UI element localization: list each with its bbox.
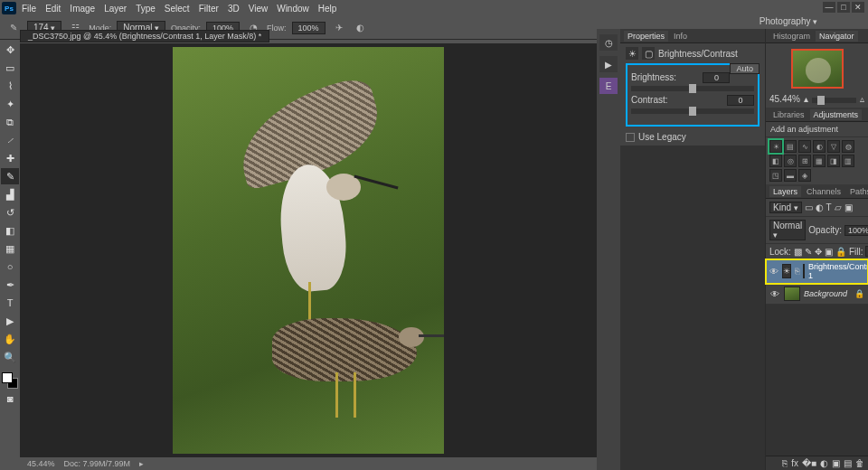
layer-blend-mode[interactable]: Normal ▾: [769, 220, 806, 240]
zoom-in-icon[interactable]: ▵: [860, 94, 864, 104]
adj-selective-color-icon[interactable]: ◈: [798, 169, 811, 182]
filter-adj-icon[interactable]: ◐: [816, 202, 824, 212]
pen-tool[interactable]: ✒: [1, 277, 19, 293]
layer-name[interactable]: Brightness/Contrast 1: [808, 262, 868, 280]
menu-3d[interactable]: 3D: [228, 4, 240, 14]
lock-pixels-icon[interactable]: ✎: [805, 247, 812, 257]
layer-name[interactable]: Background: [804, 289, 847, 298]
navigator-thumbnail[interactable]: [791, 49, 844, 89]
adj-threshold-icon[interactable]: ◳: [769, 169, 782, 182]
adj-bw-icon[interactable]: ◧: [769, 155, 782, 167]
window-maximize[interactable]: □: [837, 2, 850, 13]
auto-button[interactable]: Auto: [730, 63, 760, 74]
menu-select[interactable]: Select: [165, 4, 190, 14]
menu-help[interactable]: Help: [318, 4, 337, 14]
color-swatches[interactable]: [2, 372, 18, 389]
layer-filter-kind[interactable]: Kind ▾: [769, 202, 802, 213]
adj-hue-icon[interactable]: ◍: [842, 140, 854, 153]
dodge-tool[interactable]: ○: [1, 258, 19, 275]
adj-exposure-icon[interactable]: ◐: [813, 140, 826, 153]
lasso-tool[interactable]: ⌇: [1, 78, 19, 94]
layer-row-adjustment[interactable]: 👁 ☀ ⎘ Brightness/Contrast 1: [766, 259, 868, 284]
new-group-icon[interactable]: ▣: [832, 458, 840, 468]
new-layer-icon[interactable]: ▤: [844, 458, 852, 468]
hand-tool[interactable]: ✋: [1, 331, 19, 347]
brush-tool[interactable]: ✎: [1, 168, 19, 184]
link-icon[interactable]: ⎘: [795, 267, 799, 276]
lock-position-icon[interactable]: ✥: [815, 247, 822, 257]
adj-color-lookup-icon[interactable]: ▦: [813, 155, 826, 167]
menu-image[interactable]: Image: [70, 4, 95, 14]
new-adjustment-icon[interactable]: ◐: [820, 458, 828, 468]
eyedropper-tool[interactable]: ⟋: [1, 132, 19, 148]
adj-brightness-icon[interactable]: ☀: [769, 140, 782, 153]
type-tool[interactable]: T: [1, 295, 19, 311]
layer-fx-icon[interactable]: fx: [791, 458, 798, 468]
layer-adj-thumbnail[interactable]: ☀: [782, 264, 791, 278]
adj-levels-icon[interactable]: ▤: [784, 140, 797, 153]
tab-info[interactable]: Info: [670, 31, 691, 42]
status-chevron-icon[interactable]: ▸: [139, 459, 144, 468]
canvas-area[interactable]: [20, 43, 597, 457]
marquee-tool[interactable]: ▭: [1, 60, 19, 76]
airbrush-icon[interactable]: ✈: [331, 20, 347, 36]
contrast-value[interactable]: 0: [727, 95, 754, 106]
pressure-size-icon[interactable]: ◐: [353, 20, 369, 36]
tab-layers[interactable]: Layers: [769, 186, 801, 197]
lock-all-icon[interactable]: 🔒: [835, 247, 846, 257]
quick-mask-icon[interactable]: ◙: [1, 390, 19, 407]
tab-navigator[interactable]: Navigator: [816, 31, 858, 42]
window-close[interactable]: ✕: [852, 2, 864, 13]
mask-icon[interactable]: ▢: [642, 47, 655, 60]
layer-row-background[interactable]: 👁 Background 🔒: [766, 284, 868, 305]
menu-type[interactable]: Type: [136, 4, 156, 14]
contrast-slider[interactable]: [631, 108, 754, 114]
filter-shape-icon[interactable]: ▱: [835, 202, 842, 212]
layer-mask-thumbnail[interactable]: [803, 264, 805, 278]
filter-pixel-icon[interactable]: ▭: [805, 202, 813, 212]
link-layers-icon[interactable]: ⎘: [782, 458, 788, 468]
navigator-zoom-slider[interactable]: [812, 98, 856, 103]
libraries-icon[interactable]: E: [599, 78, 618, 94]
brightness-slider[interactable]: [631, 86, 754, 91]
adj-gradient-map-icon[interactable]: ▬: [784, 169, 797, 182]
tab-channels[interactable]: Channels: [803, 186, 844, 197]
menu-view[interactable]: View: [249, 4, 269, 14]
menu-edit[interactable]: Edit: [45, 4, 61, 14]
crop-tool[interactable]: ⧉: [1, 114, 19, 130]
filter-type-icon[interactable]: T: [826, 202, 832, 212]
use-legacy-checkbox[interactable]: Use Legacy: [626, 132, 760, 142]
menu-filter[interactable]: Filter: [199, 4, 219, 14]
filter-smart-icon[interactable]: ▣: [844, 202, 853, 212]
tab-paths[interactable]: Paths: [846, 186, 868, 197]
zoom-level[interactable]: 45.44%: [27, 459, 55, 468]
tab-properties[interactable]: Properties: [624, 31, 668, 42]
healing-tool[interactable]: ✚: [1, 150, 19, 166]
adj-invert-icon[interactable]: ◨: [827, 155, 840, 167]
layer-visibility-icon[interactable]: 👁: [769, 288, 780, 299]
workspace-switcher[interactable]: Photography ▾: [760, 16, 817, 26]
window-minimize[interactable]: —: [823, 2, 835, 13]
adj-curves-icon[interactable]: ∿: [798, 140, 811, 153]
history-icon[interactable]: ◷: [599, 34, 618, 51]
delete-layer-icon[interactable]: 🗑: [855, 458, 864, 468]
document-tab[interactable]: _DSC3750.jpg @ 45.4% (Brightness/Contras…: [20, 30, 269, 42]
zoom-tool[interactable]: 🔍: [1, 349, 19, 365]
layer-opacity-value[interactable]: 100%: [844, 225, 868, 236]
brightness-value[interactable]: 0: [703, 72, 730, 83]
lock-transparency-icon[interactable]: ▩: [794, 247, 802, 257]
adj-channel-mixer-icon[interactable]: ⊞: [798, 155, 811, 167]
flow-input[interactable]: 100%: [292, 22, 326, 34]
navigator-zoom-value[interactable]: 45.44%: [769, 94, 800, 104]
tab-adjustments[interactable]: Adjustments: [810, 109, 863, 120]
menu-window[interactable]: Window: [277, 4, 309, 14]
lock-artboard-icon[interactable]: ▣: [825, 247, 833, 257]
adj-photo-filter-icon[interactable]: ◎: [784, 155, 797, 167]
move-tool[interactable]: ✥: [1, 42, 19, 58]
layer-visibility-icon[interactable]: 👁: [769, 266, 778, 277]
adj-vibrance-icon[interactable]: ▽: [827, 140, 840, 153]
tab-libraries[interactable]: Libraries: [769, 109, 808, 120]
path-select-tool[interactable]: ▶: [1, 313, 19, 329]
gradient-tool[interactable]: ▦: [1, 240, 19, 257]
actions-icon[interactable]: ▶: [599, 56, 618, 72]
